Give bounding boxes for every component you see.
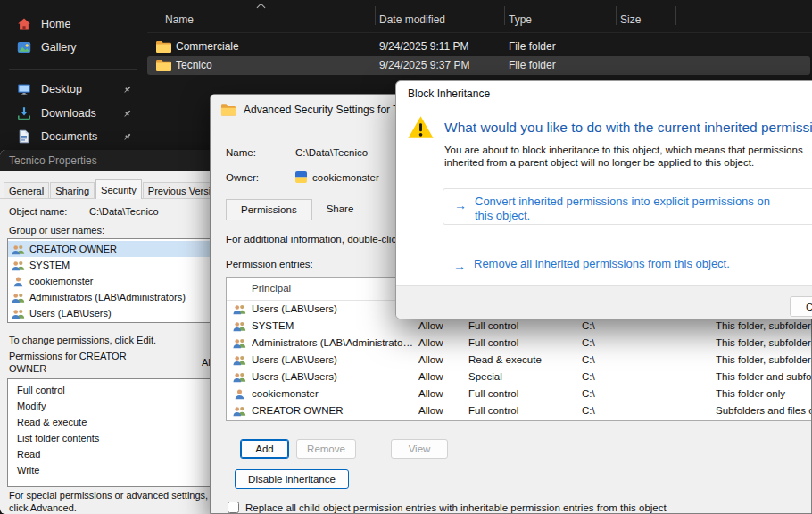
cell-applies-to: This folder and subfolders (716, 371, 812, 382)
owner-label: Owner: (226, 172, 259, 183)
table-row[interactable]: SYSTEM Allow Full control C:\ This folde… (227, 318, 812, 335)
permissions-for-label: Permissions for CREATOR OWNER (9, 350, 162, 375)
owner-value: cookiemonster (312, 172, 379, 183)
sort-ascending-icon (257, 4, 266, 12)
group-icon (233, 303, 246, 315)
replace-permissions-checkbox[interactable] (228, 502, 239, 513)
sidebar-item-desktop[interactable]: Desktop (5, 79, 144, 100)
folder-icon (155, 59, 171, 71)
add-button[interactable]: Add (240, 439, 289, 459)
list-item-creator-owner[interactable]: CREATOR OWNER (8, 241, 223, 257)
block-dialog-heading: What would you like to do with the curre… (444, 120, 812, 136)
file-row-commerciale[interactable]: Commerciale 9/24/2025 9:11 PM File folde… (147, 37, 810, 56)
sidebar-divider (9, 69, 137, 70)
sidebar-item-home[interactable]: Home (5, 13, 144, 35)
permissions-list: Full control Modify Read & execute List … (7, 378, 224, 487)
table-row[interactable]: Users (LAB\Users) Allow Special C:\ This… (227, 369, 812, 386)
file-name: Tecnico (176, 59, 212, 71)
gallery-icon (17, 40, 31, 54)
folder-security-icon (220, 104, 236, 116)
principal-column-header[interactable]: Principal (252, 283, 291, 294)
name-value: C:\Data\Tecnico (295, 147, 368, 158)
convert-permissions-command-link[interactable]: → Convert inherited permissions into exp… (443, 188, 812, 225)
cell-inherited-from: C:\ (582, 371, 595, 382)
permission-name: Modify (17, 401, 46, 411)
principal-name: CREATOR OWNER (29, 244, 117, 254)
replace-permissions-label: Replace all child object permission entr… (245, 502, 667, 513)
cell-type: Allow (418, 371, 443, 382)
sidebar-item-documents[interactable]: Documents (5, 126, 144, 147)
group-icon (12, 292, 25, 303)
table-row[interactable]: Administrators (LAB\Administrators) Allo… (227, 335, 812, 352)
sidebar-item-label: Downloads (41, 107, 96, 120)
permission-item[interactable]: Read (8, 446, 223, 462)
cancel-button[interactable]: Cancel (790, 296, 812, 317)
cell-principal: cookiemonster (252, 388, 414, 399)
user-icon (233, 388, 246, 400)
sidebar-item-label: Gallery (41, 41, 77, 54)
cell-inherited-from: C:\ (582, 354, 595, 365)
principal-name: Users (LAB\Users) (29, 308, 112, 319)
principal-name: Administrators (LAB\Administrators) (29, 292, 186, 303)
list-item-users[interactable]: Users (LAB\Users) (8, 305, 223, 321)
table-row[interactable]: cookiemonster Allow Full control C:\ Thi… (227, 386, 812, 402)
permission-item[interactable]: Write (8, 462, 223, 478)
permission-name: Read (17, 449, 40, 460)
column-header-size[interactable]: Size (620, 13, 641, 26)
pin-icon (122, 85, 132, 95)
cell-principal: SYSTEM (252, 320, 414, 331)
group-icon (233, 337, 246, 349)
table-row[interactable]: Users (LAB\Users) Allow Read & execute C… (227, 352, 812, 369)
arrow-right-icon: → (454, 198, 467, 212)
name-label: Name: (226, 147, 256, 158)
tab-security[interactable]: Security (95, 179, 142, 199)
advanced-tabs: Permissions Share (226, 199, 368, 220)
column-divider[interactable] (375, 6, 376, 25)
properties-dialog-title: Tecnico Properties (0, 150, 231, 171)
object-name-label: Object name: (9, 206, 67, 217)
tab-sharing[interactable]: Sharing (50, 182, 95, 199)
folder-icon (155, 40, 171, 53)
permission-item[interactable]: List folder contents (8, 430, 223, 446)
user-avatar-icon (295, 171, 307, 183)
column-divider[interactable] (675, 6, 676, 25)
column-header-name[interactable]: Name (165, 13, 194, 26)
column-divider[interactable] (504, 6, 505, 25)
replace-permissions-checkbox-row: Replace all child object permission entr… (228, 502, 667, 513)
column-header-date-modified[interactable]: Date modified (379, 13, 445, 26)
permission-item[interactable]: Read & execute (8, 414, 223, 430)
cell-inherited-from: C:\ (582, 405, 595, 416)
permission-name: Full control (17, 385, 65, 395)
pin-icon (122, 109, 132, 119)
principal-name: SYSTEM (29, 260, 70, 270)
file-type: File folder (509, 40, 556, 53)
file-name: Commerciale (176, 40, 239, 53)
list-item-cookiemonster[interactable]: cookiemonster (8, 273, 223, 289)
table-row[interactable]: CREATOR OWNER Allow Full control C:\ Sub… (227, 402, 812, 419)
permission-item[interactable]: Modify (8, 398, 223, 414)
file-row-tecnico[interactable]: Tecnico 9/24/2025 9:37 PM File folder (147, 56, 810, 75)
list-item-administrators[interactable]: Administrators (LAB\Administrators) (8, 289, 223, 305)
disable-inheritance-button[interactable]: Disable inheritance (235, 469, 349, 489)
list-item-system[interactable]: SYSTEM (8, 257, 223, 273)
column-header-type[interactable]: Type (509, 13, 532, 26)
cell-access: Full control (468, 337, 518, 348)
cell-inherited-from: C:\ (582, 388, 595, 399)
view-button[interactable]: View (391, 439, 448, 459)
user-icon (12, 276, 25, 287)
sidebar-item-downloads[interactable]: Downloads (5, 103, 144, 124)
tab-share[interactable]: Share (312, 199, 369, 220)
cell-access: Read & execute (468, 354, 542, 365)
cell-applies-to: This folder, subfolders and files (716, 337, 812, 348)
sidebar-item-gallery[interactable]: Gallery (5, 37, 144, 58)
group-icon (233, 354, 246, 366)
home-icon (17, 17, 31, 31)
remove-permissions-command-link[interactable]: Remove all inherited permissions from th… (474, 257, 730, 270)
cell-type: Allow (418, 354, 443, 365)
sidebar-item-label: Home (41, 18, 70, 30)
tab-permissions[interactable]: Permissions (226, 199, 312, 220)
column-divider[interactable] (616, 6, 617, 25)
permission-item[interactable]: Full control (8, 382, 223, 398)
tab-general[interactable]: General (4, 182, 49, 199)
remove-button[interactable]: Remove (296, 439, 356, 459)
